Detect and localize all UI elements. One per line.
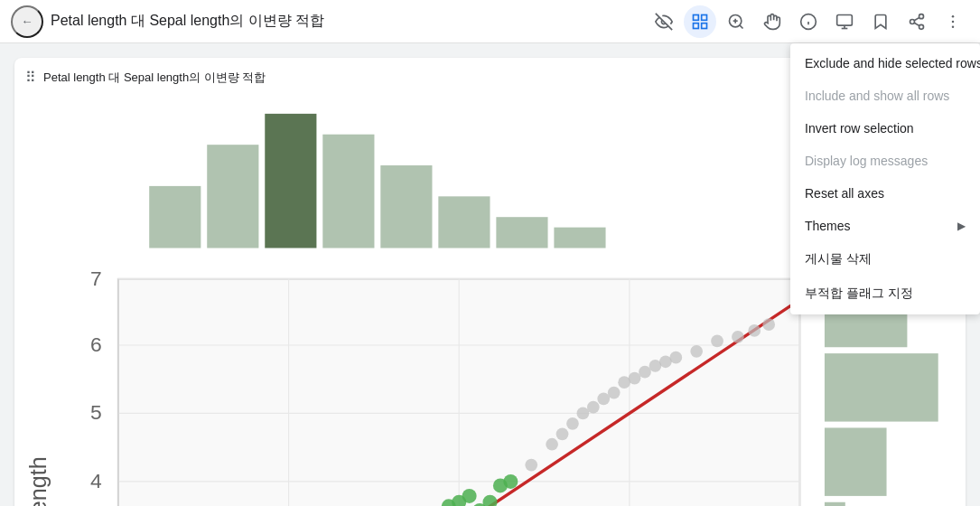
svg-line-19 [914,17,919,20]
svg-point-21 [952,20,955,23]
chart-drag-handle[interactable]: ⠿ [25,69,36,86]
menu-item-display-log: Display log messages [790,145,980,177]
display-log-label: Display log messages [805,154,928,168]
toolbar-icons [648,5,969,38]
monitor-icon [835,13,854,31]
svg-point-101 [587,401,600,414]
exclude-hide-label: Exclude and hide selected rows [805,56,980,70]
menu-item-include-show: Include and show all rows [790,80,980,112]
toolbar: ← Petal length 대 Sepal length의 이변량 적합 [0,0,980,43]
hand-button[interactable] [756,5,789,38]
svg-rect-25 [265,114,316,248]
svg-point-114 [762,318,775,331]
svg-point-112 [732,331,744,343]
menu-item-themes[interactable]: Themes ▶ [790,210,980,242]
page-title: Petal length 대 Sepal length의 이변량 적합 [51,12,640,31]
info-button[interactable] [792,5,825,38]
menu-item-exclude-hide[interactable]: Exclude and hide selected rows [790,47,980,80]
svg-rect-4 [702,23,707,28]
svg-point-90 [503,474,518,489]
svg-point-17 [919,24,924,29]
back-icon: ← [21,14,33,28]
svg-text:4: 4 [90,469,102,492]
svg-rect-27 [380,165,432,248]
menu-item-delete-post[interactable]: 게시물 삭제 [790,242,980,276]
more-icon [944,13,962,31]
svg-point-105 [629,372,641,385]
svg-point-109 [669,351,682,364]
svg-rect-12 [837,14,853,25]
svg-rect-133 [825,353,938,421]
svg-rect-2 [702,14,707,20]
context-menu: Exclude and hide selected rows Include a… [790,43,980,314]
main-content: ⠿ Petal length 대 Sepal length의 이변량 적합 ∧ [0,43,980,506]
share-button[interactable] [901,5,933,38]
hide-icon [655,13,673,31]
reset-axes-label: Reset all axes [805,186,884,201]
zoom-icon [727,13,745,31]
svg-point-20 [952,14,955,17]
svg-rect-26 [322,135,374,248]
themes-submenu-chevron-icon: ▶ [957,220,966,232]
svg-rect-28 [438,196,490,248]
menu-item-reset-axes[interactable]: Reset all axes [790,177,980,210]
include-show-label: Include and show all rows [805,89,949,103]
invert-selection-label: Invert row selection [805,121,914,136]
monitor-button[interactable] [828,5,861,38]
svg-rect-24 [207,145,258,248]
share-icon [908,13,926,31]
svg-line-18 [914,23,919,25]
bookmark-icon [872,13,890,31]
svg-rect-30 [554,228,605,248]
svg-rect-29 [496,217,547,248]
svg-rect-135 [825,502,845,506]
info-icon [799,13,817,31]
svg-text:7: 7 [90,267,102,290]
menu-item-flag[interactable]: 부적합 플래그 지정 [790,276,980,311]
svg-rect-134 [825,427,887,495]
svg-point-111 [711,335,723,348]
svg-point-110 [690,345,703,358]
svg-point-22 [952,25,955,28]
svg-point-100 [577,408,590,420]
svg-point-113 [748,324,761,337]
svg-text:6: 6 [90,333,102,356]
svg-point-102 [597,393,610,406]
svg-rect-3 [694,23,699,28]
svg-text:Petal length: Petal length [25,456,51,506]
more-button[interactable] [937,5,969,38]
delete-post-label: 게시물 삭제 [805,251,872,267]
svg-point-15 [919,14,924,18]
zoom-button[interactable] [720,5,752,38]
svg-point-16 [910,19,915,23]
themes-label: Themes [805,219,851,233]
chart-header-left: ⠿ Petal length 대 Sepal length의 이변량 적합 [25,69,266,86]
svg-point-80 [462,489,477,503]
flag-label: 부적합 플래그 지정 [805,286,913,302]
svg-point-106 [639,366,651,379]
chart-title: Petal length 대 Sepal length의 이변량 적합 [43,70,266,86]
svg-rect-23 [149,186,201,248]
menu-item-invert-selection[interactable]: Invert row selection [790,112,980,145]
bookmark-button[interactable] [864,5,897,38]
svg-line-6 [740,24,743,28]
svg-point-98 [556,427,569,440]
back-button[interactable]: ← [11,5,43,38]
select-icon [691,13,709,31]
svg-point-96 [525,459,537,472]
svg-point-97 [546,438,558,451]
svg-point-103 [608,387,621,399]
svg-rect-1 [694,14,699,20]
hide-button[interactable] [648,5,680,38]
svg-point-99 [566,417,579,430]
select-button[interactable] [684,5,716,38]
svg-text:5: 5 [90,400,102,424]
hand-icon [763,13,781,31]
